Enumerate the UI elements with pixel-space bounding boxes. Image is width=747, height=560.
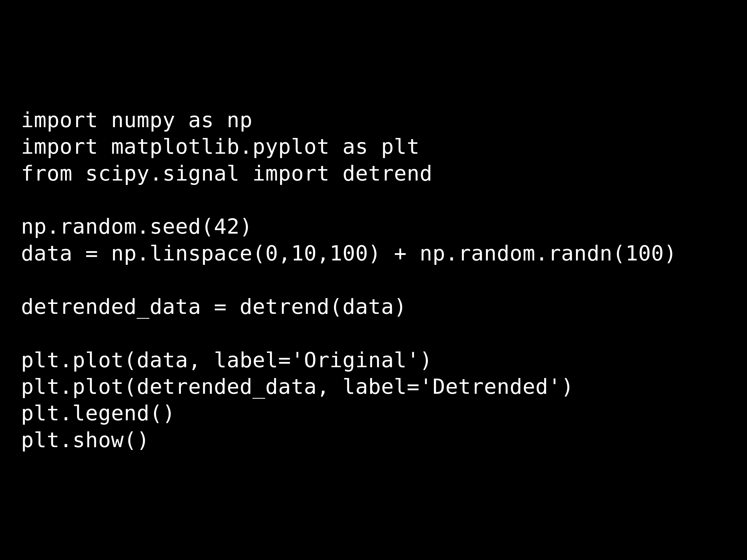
code-snippet: import numpy as np import matplotlib.pyp… (21, 107, 747, 454)
